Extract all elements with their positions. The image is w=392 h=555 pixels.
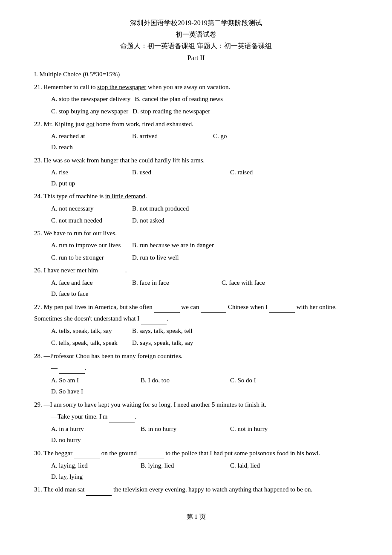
q26-option-c: C. face with face xyxy=(222,277,307,288)
q28-option-d: D. So have I xyxy=(51,386,128,397)
q30-option-c: C. laid, lied xyxy=(230,460,307,471)
header-line4: Part II xyxy=(34,52,358,64)
q21-underline: stop the newspaper xyxy=(97,84,146,90)
question-28-response: — . xyxy=(51,362,358,374)
exam-content: I. Multiple Choice (0.5*30=15%) 21. Reme… xyxy=(34,69,358,496)
q23-option-d: D. put up xyxy=(51,178,128,189)
q24-options: A. not necessary B. not much produced C.… xyxy=(51,203,358,226)
q25-option-a: A. run to improve our lives xyxy=(51,240,128,251)
q22-option-d: D. reach xyxy=(51,142,128,153)
q27-options: A. tells, speak, talk, say B. says, talk… xyxy=(51,325,358,349)
question-21: 21. Remember to call to stop the newspap… xyxy=(34,81,358,92)
question-27: 27. My pen pal lives in America, but she… xyxy=(34,301,358,325)
q27-blank4 xyxy=(141,313,167,324)
q25-option-d: D. run to live well xyxy=(132,252,209,263)
q26-blank xyxy=(100,265,125,276)
q30-blank2 xyxy=(138,448,164,459)
header-line1: 深圳外国语学校2019-2019第二学期阶段测试 xyxy=(34,17,358,29)
q28-option-row: A. So am I B. I do, too C. So do I D. So… xyxy=(51,375,358,397)
q21-option-a: A. stop the newspaper delivery xyxy=(51,93,130,104)
q23-option-c: C. raised xyxy=(230,167,307,178)
question-23: 23. He was so weak from hunger that he c… xyxy=(34,155,358,166)
q21-options: A. stop the newspaper delivery B. cancel… xyxy=(51,93,358,117)
q26-option-a: A. face and face xyxy=(51,277,128,288)
q24-underline: in little demand xyxy=(105,193,145,199)
question-28: 28. —Professor Chou has been to many for… xyxy=(34,350,358,361)
q22-options: A. reached at B. arrived C. go D. reach xyxy=(51,130,358,153)
q21-option-c: C. stop buying any newspaper xyxy=(51,106,128,117)
q27-option-b: B. says, talk, speak, tell xyxy=(132,325,209,336)
q21-option-row1: A. stop the newspaper delivery B. cancel… xyxy=(51,93,358,104)
q24-option-row1: A. not necessary B. not much produced xyxy=(51,203,358,214)
q22-option-row: A. reached at B. arrived C. go D. reach xyxy=(51,130,358,153)
q29-option-b: B. in no hurry xyxy=(141,423,226,434)
q28-option-a: A. So am I xyxy=(51,375,136,386)
q29-option-d: D. no hurry xyxy=(51,434,128,445)
q22-underline: got xyxy=(86,121,95,127)
q27-option-row2: C. tells, speak, talk, speak D. says, sp… xyxy=(51,337,358,348)
q27-blank2 xyxy=(201,301,226,313)
q30-option-a: A. laying, lied xyxy=(51,460,136,471)
q29-options: A. in a hurry B. in no hurry C. not in h… xyxy=(51,423,358,446)
section-title: I. Multiple Choice (0.5*30=15%) xyxy=(34,69,358,80)
q22-option-c: C. go xyxy=(213,130,290,142)
page-footer: 第 1 页 xyxy=(34,513,358,521)
q26-option-b: B. face in face xyxy=(132,277,217,288)
q24-option-d: D. not asked xyxy=(132,215,209,226)
question-22: 22. Mr. Kipling just got home from work,… xyxy=(34,119,358,130)
q27-blank1 xyxy=(154,301,180,313)
q29-option-c: C. not in hurry xyxy=(230,423,307,434)
q25-option-b: B. run because we are in danger xyxy=(132,240,214,251)
q21-option-b: B. cancel the plan of reading news xyxy=(135,93,223,104)
exam-header: 深圳外国语学校2019-2019第二学期阶段测试 初一英语试卷 命题人：初一英语… xyxy=(34,17,358,64)
q22-option-b: B. arrived xyxy=(132,130,209,142)
q30-blank1 xyxy=(74,448,100,459)
q29-option-row: A. in a hurry B. in no hurry C. not in h… xyxy=(51,423,358,446)
q25-options: A. run to improve our lives B. run becau… xyxy=(51,240,358,263)
header-line3: 命题人：初一英语备课组 审题人：初一英语备课组 xyxy=(34,40,358,52)
question-31: 31. The old man sat the television every… xyxy=(34,484,358,495)
q30-options: A. laying, lied B. lying, lied C. laid, … xyxy=(51,460,358,483)
q29-blank xyxy=(109,411,135,422)
q31-blank xyxy=(86,484,112,495)
q29-option-a: A. in a hurry xyxy=(51,423,136,434)
q22-option-a: A. reached at xyxy=(51,130,128,142)
q27-blank3 xyxy=(269,301,295,313)
q28-option-b: B. I do, too xyxy=(141,375,226,386)
q30-option-b: B. lying, lied xyxy=(141,460,226,471)
question-24: 24. This type of machine is in little de… xyxy=(34,191,358,202)
q25-underline: run for our lives. xyxy=(74,230,117,237)
q27-option-c: C. tells, speak, talk, speak xyxy=(51,337,128,348)
q27-option-d: D. says, speak, talk, say xyxy=(132,337,209,348)
q28-blank xyxy=(59,362,85,374)
page-number: 第 1 页 xyxy=(187,513,206,520)
q24-option-c: C. not much needed xyxy=(51,215,128,226)
q30-option-d: D. lay, lying xyxy=(51,471,128,482)
question-25: 25. We have to run for our lives. xyxy=(34,228,358,239)
q24-option-a: A. not necessary xyxy=(51,203,128,214)
q27-option-row1: A. tells, speak, talk, say B. says, talk… xyxy=(51,325,358,336)
q25-option-c: C. run to be stronger xyxy=(51,252,128,263)
q28-options: A. So am I B. I do, too C. So do I D. So… xyxy=(51,375,358,397)
q25-option-row2: C. run to be stronger D. run to live wel… xyxy=(51,252,358,263)
q21-option-d: D. stop reading the newspaper xyxy=(133,106,210,117)
q23-options: A. rise B. used C. raised D. put up xyxy=(51,167,358,189)
question-30: 30. The beggar on the ground to the poli… xyxy=(34,448,358,459)
q23-underline: lift xyxy=(173,157,180,164)
question-29: 29. —I am sorry to have kept you waiting… xyxy=(34,399,358,410)
question-29-response: —Take your time. I'm . xyxy=(51,411,358,422)
q24-option-row2: C. not much needed D. not asked xyxy=(51,215,358,226)
q21-option-row2: C. stop buying any newspaper D. stop rea… xyxy=(51,106,358,117)
q23-option-row: A. rise B. used C. raised D. put up xyxy=(51,167,358,189)
q26-option-d: D. face to face xyxy=(51,288,128,299)
q24-option-b: B. not much produced xyxy=(132,203,209,214)
q23-option-a: A. rise xyxy=(51,167,128,178)
q25-option-row1: A. run to improve our lives B. run becau… xyxy=(51,240,358,251)
q27-option-a: A. tells, speak, talk, say xyxy=(51,325,128,336)
question-26: 26. I have never met him . xyxy=(34,265,358,276)
q30-option-row: A. laying, lied B. lying, lied C. laid, … xyxy=(51,460,358,483)
q23-option-b: B. used xyxy=(132,167,226,178)
q28-option-c: C. So do I xyxy=(230,375,307,386)
header-line2: 初一英语试卷 xyxy=(34,29,358,40)
q26-option-row: A. face and face B. face in face C. face… xyxy=(51,277,358,300)
